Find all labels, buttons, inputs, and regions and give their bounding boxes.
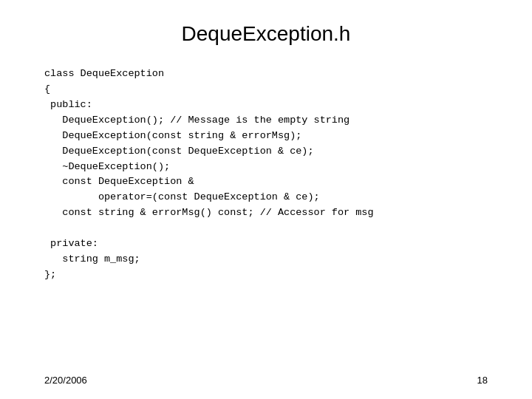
slide-footer: 2/20/2006 18 bbox=[44, 375, 488, 386]
footer-page: 18 bbox=[477, 375, 488, 386]
footer-date: 2/20/2006 bbox=[44, 375, 87, 386]
slide-title: DequeException.h bbox=[44, 22, 488, 46]
slide: DequeException.h class DequeException { … bbox=[0, 0, 532, 399]
code-block: class DequeException { public: DequeExce… bbox=[44, 66, 488, 283]
